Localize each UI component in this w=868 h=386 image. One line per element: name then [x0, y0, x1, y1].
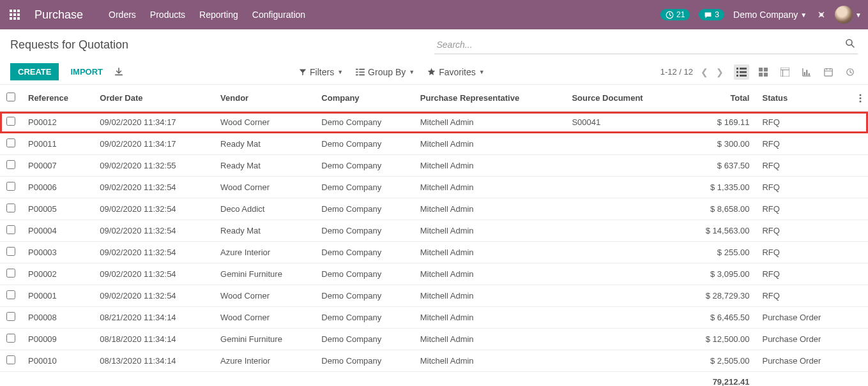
star-icon	[427, 68, 436, 76]
user-avatar[interactable]	[835, 6, 853, 24]
cell-company: Demo Company	[315, 177, 413, 198]
col-rep[interactable]: Purchase Representative	[414, 85, 566, 112]
activity-badge[interactable]: 21	[660, 9, 690, 20]
cell-company: Demo Company	[315, 133, 413, 155]
filters-dropdown[interactable]: Filters ▼	[299, 67, 343, 77]
favorites-dropdown[interactable]: Favorites ▼	[427, 67, 485, 77]
list-icon	[356, 68, 365, 76]
cell-date: 09/02/2020 11:32:54	[93, 264, 214, 285]
col-total[interactable]: Total	[679, 85, 756, 112]
groupby-dropdown[interactable]: Group By ▼	[356, 67, 415, 77]
select-all-checkbox[interactable]	[6, 93, 15, 101]
svg-point-22	[860, 100, 862, 102]
view-calendar[interactable]	[821, 64, 836, 80]
nav-reporting[interactable]: Reporting	[199, 10, 238, 20]
chevron-down-icon[interactable]: ▼	[855, 11, 862, 19]
cell-date: 09/02/2020 11:34:17	[93, 133, 214, 155]
nav-products[interactable]: Products	[150, 10, 185, 20]
row-checkbox[interactable]	[6, 334, 15, 343]
view-graph[interactable]	[799, 64, 814, 80]
download-icon[interactable]	[114, 68, 123, 77]
chevron-down-icon: ▼	[337, 69, 343, 75]
chat-badge[interactable]: 3	[699, 9, 724, 20]
table-row[interactable]: P0000709/02/2020 11:32:55Ready MatDemo C…	[0, 155, 868, 177]
view-activity[interactable]	[842, 64, 858, 80]
cell-total: $ 255.00	[679, 242, 756, 264]
row-checkbox[interactable]	[6, 204, 15, 212]
row-checkbox[interactable]	[6, 355, 15, 364]
svg-point-20	[860, 94, 862, 96]
svg-rect-0	[10, 10, 12, 12]
col-source[interactable]: Source Document	[565, 85, 679, 112]
search-icon[interactable]	[845, 38, 855, 48]
cell-rep: Mitchell Admin	[414, 133, 566, 155]
table-row[interactable]: P0001109/02/2020 11:34:17Ready MatDemo C…	[0, 133, 868, 155]
cell-vendor: Gemini Furniture	[214, 329, 315, 350]
table-row[interactable]: P0000309/02/2020 11:32:54Azure InteriorD…	[0, 242, 868, 264]
nav-configuration[interactable]: Configuration	[252, 10, 305, 20]
col-reference[interactable]: Reference	[22, 85, 93, 112]
view-list[interactable]	[734, 64, 749, 80]
cell-source	[565, 264, 679, 285]
row-checkbox[interactable]	[6, 269, 15, 278]
row-checkbox[interactable]	[6, 290, 15, 299]
apps-icon[interactable]	[6, 6, 23, 23]
cell-reference: P00007	[22, 155, 93, 177]
cell-rep: Mitchell Admin	[414, 264, 566, 285]
cell-reference: P00006	[22, 177, 93, 198]
view-pivot[interactable]	[777, 64, 793, 80]
col-vendor[interactable]: Vendor	[214, 85, 315, 112]
row-checkbox[interactable]	[6, 312, 15, 321]
row-checkbox[interactable]	[6, 160, 15, 169]
pager: 1-12 / 12 ❮ ❯	[660, 67, 724, 77]
cell-company: Demo Company	[315, 307, 413, 329]
cell-vendor: Wood Corner	[214, 307, 315, 329]
svg-rect-1	[13, 10, 16, 12]
row-checkbox[interactable]	[6, 182, 15, 191]
svg-point-21	[860, 97, 862, 99]
svg-rect-3	[10, 13, 12, 16]
pager-text[interactable]: 1-12 / 12	[660, 67, 693, 77]
row-checkbox[interactable]	[6, 117, 15, 126]
row-checkbox[interactable]	[6, 138, 15, 147]
pager-next[interactable]: ❯	[716, 67, 724, 77]
nav-orders[interactable]: Orders	[109, 10, 136, 20]
pager-prev[interactable]: ❮	[701, 67, 708, 77]
cell-source	[565, 285, 679, 307]
table-row[interactable]: P0000908/18/2020 11:34:14Gemini Furnitur…	[0, 329, 868, 350]
svg-rect-8	[17, 17, 20, 20]
table-row[interactable]: P0001008/13/2020 11:34:14Azure InteriorD…	[0, 350, 868, 372]
svg-rect-15	[804, 72, 805, 75]
create-button[interactable]: CREATE	[10, 63, 59, 80]
table-row[interactable]: P0000109/02/2020 11:32:54Wood CornerDemo…	[0, 285, 868, 307]
col-order-date[interactable]: Order Date	[93, 85, 214, 112]
col-options[interactable]	[853, 85, 868, 112]
table-row[interactable]: P0000209/02/2020 11:32:54Gemini Furnitur…	[0, 264, 868, 285]
chevron-down-icon: ▼	[409, 69, 415, 75]
table-row[interactable]: P0000409/02/2020 11:32:54Ready MatDemo C…	[0, 220, 868, 242]
company-selector[interactable]: Demo Company ▼	[733, 10, 807, 20]
row-checkbox[interactable]	[6, 247, 15, 256]
svg-rect-5	[17, 13, 20, 16]
import-button[interactable]: IMPORT	[70, 67, 103, 77]
table-row[interactable]: P0001209/02/2020 11:34:17Wood CornerDemo…	[0, 112, 868, 133]
table-row[interactable]: P0000509/02/2020 11:32:54Deco AddictDemo…	[0, 198, 868, 220]
chat-icon	[704, 11, 712, 19]
cell-date: 09/02/2020 11:32:54	[93, 220, 214, 242]
col-status[interactable]: Status	[756, 85, 853, 112]
cell-total: $ 300.00	[679, 133, 756, 155]
clock-icon	[666, 11, 674, 19]
cell-reference: P00008	[22, 307, 93, 329]
search-input[interactable]	[434, 36, 858, 54]
table-row[interactable]: P0000609/02/2020 11:32:54Wood CornerDemo…	[0, 177, 868, 198]
svg-rect-12	[764, 68, 768, 71]
cell-source	[565, 133, 679, 155]
debug-icon[interactable]	[816, 10, 826, 20]
cell-total: $ 2,505.00	[679, 350, 756, 372]
nav-menu: Orders Products Reporting Configuration	[109, 10, 305, 20]
table-row[interactable]: P0000808/21/2020 11:34:14Wood CornerDemo…	[0, 307, 868, 329]
view-kanban[interactable]	[756, 64, 771, 80]
col-company[interactable]: Company	[315, 85, 413, 112]
row-checkbox[interactable]	[6, 225, 15, 234]
app-name[interactable]: Purchase	[34, 8, 83, 22]
